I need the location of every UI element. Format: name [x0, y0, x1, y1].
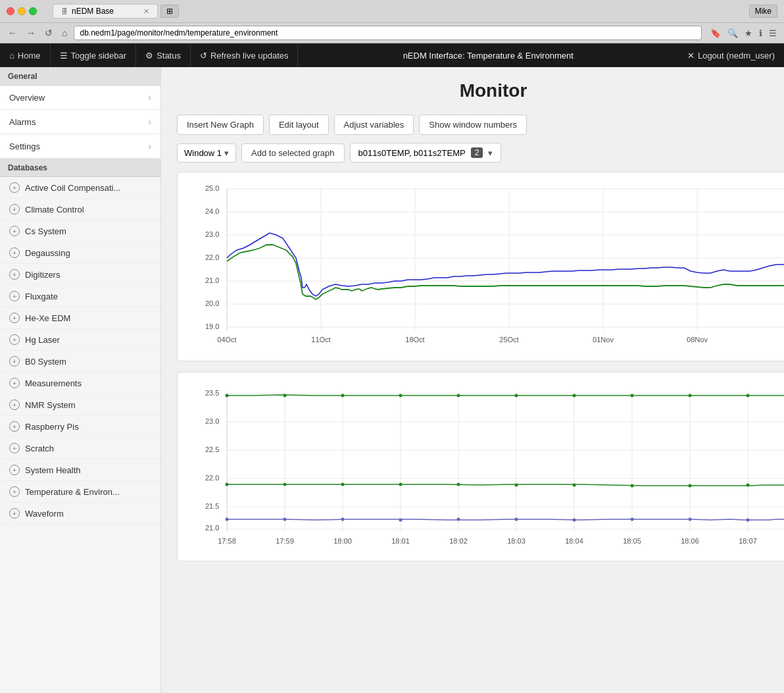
chart2-dot-green-top-10	[747, 394, 750, 398]
chart2-dot-green-top-4	[399, 394, 403, 398]
chart2-green-top-line	[227, 395, 784, 396]
waveform-label: Waveform	[25, 509, 64, 519]
sidebar-item-scratch[interactable]: + Scratch	[0, 438, 160, 459]
add-to-selected-graph-button[interactable]: Add to selected graph	[241, 143, 344, 163]
chart1-x-01nov: 01Nov	[593, 336, 614, 344]
sidebar-item-climate[interactable]: + Climate Control	[0, 199, 160, 220]
new-tab-button[interactable]: ⊞	[160, 5, 179, 18]
chart1-y-label-22: 22.0	[205, 253, 219, 261]
chart2-dot-blue-9	[689, 518, 692, 521]
variables-dropdown-arrow-icon[interactable]: ▾	[488, 148, 493, 158]
chart2-dot-blue-8	[631, 518, 634, 521]
user-badge: Mike	[749, 5, 777, 18]
show-window-numbers-button[interactable]: Show window numbers	[419, 115, 527, 135]
sidebar-item-digitizers[interactable]: + Digitizers	[0, 264, 160, 286]
chart2-dot-green-mid-8	[631, 484, 634, 488]
chart2-dot-green-mid-2	[283, 483, 287, 486]
sidebar-item-cs-system[interactable]: + Cs System	[0, 220, 160, 242]
chart2-dot-green-mid-4	[399, 483, 403, 486]
alarms-chevron-icon: ›	[148, 116, 151, 127]
sidebar-item-nmr-system[interactable]: + NMR System	[0, 394, 160, 416]
chart2-x-1805: 18:05	[623, 537, 641, 545]
info-icon[interactable]: ℹ	[757, 27, 764, 39]
chart2-dot-green-mid-1	[226, 483, 229, 486]
chart1-y-label-20: 20.0	[205, 299, 219, 307]
toggle-sidebar-nav-item[interactable]: ☰ Toggle sidebar	[51, 43, 137, 67]
window-dropdown-arrow-icon: ▾	[224, 148, 229, 158]
logout-button[interactable]: ✕ Logout (nedm_user)	[678, 51, 784, 61]
refresh-icon: ↺	[200, 51, 207, 61]
databases-section-header: Databases	[0, 159, 160, 177]
refresh-nav-item[interactable]: ↺ Refresh live updates	[191, 43, 299, 67]
chart2-dot-green-mid-6	[515, 484, 518, 487]
star-icon[interactable]: ★	[743, 27, 754, 39]
home-nav-item[interactable]: ⌂ Home	[0, 43, 51, 67]
tab-bar: 🗄 nEDM Base ✕ ⊞	[53, 4, 179, 18]
add-icon: +	[9, 465, 20, 475]
page-title: Monitor	[177, 80, 784, 101]
sidebar-item-settings[interactable]: Settings ›	[0, 134, 160, 159]
chart2-x-1807: 18:07	[739, 537, 757, 545]
sidebar-item-degaussing[interactable]: + Degaussing	[0, 242, 160, 264]
sidebar-item-measurements[interactable]: + Measurements	[0, 372, 160, 394]
add-icon: +	[9, 269, 20, 280]
chart2-container: 23.5 23.0 22.5 22.0 21.5 21.0	[177, 372, 784, 561]
chart2-svg: 23.5 23.0 22.5 22.0 21.5 21.0	[184, 379, 784, 557]
chart2-dot-blue-1	[226, 518, 229, 521]
status-nav-item[interactable]: ⚙ Status	[136, 43, 191, 67]
sidebar-item-system-health[interactable]: + System Health	[0, 459, 160, 481]
add-icon: +	[9, 313, 20, 323]
window-row: Window 1 ▾ Add to selected graph b011s0T…	[177, 143, 784, 163]
chart1-x-11oct: 11Oct	[311, 336, 330, 344]
sidebar-item-fluxgate[interactable]: + Fluxgate	[0, 286, 160, 307]
forward-button[interactable]: →	[24, 26, 38, 39]
sidebar-item-active-coil[interactable]: + Active Coil Compensati...	[0, 177, 160, 199]
main-content: Monitor Insert New Graph Edit layout Adj…	[161, 67, 784, 693]
edit-layout-button[interactable]: Edit layout	[269, 115, 329, 135]
chart1-y-label-25: 25.0	[205, 184, 219, 192]
sidebar-item-b0-system[interactable]: + B0 System	[0, 351, 160, 372]
reload-button[interactable]: ↺	[42, 26, 55, 39]
chart2-dot-blue-2	[283, 518, 287, 521]
browser-tab[interactable]: 🗄 nEDM Base ✕	[53, 4, 158, 18]
add-icon: +	[9, 508, 20, 519]
app-body: General Overview › Alarms › Settings › D…	[0, 67, 784, 693]
search-icon[interactable]: 🔍	[725, 27, 740, 39]
chart2-dot-blue-6	[515, 518, 518, 521]
sidebar-item-hg-laser[interactable]: + Hg Laser	[0, 329, 160, 351]
minimize-dot[interactable]	[18, 7, 26, 15]
adjust-variables-button[interactable]: Adjust variables	[334, 115, 414, 135]
address-bar[interactable]	[74, 26, 702, 40]
browser-chrome: 🗄 nEDM Base ✕ ⊞ Mike ← → ↺ ⌂ 🔖 🔍 ★ ℹ ☰	[0, 0, 784, 43]
browser-toolbar: ← → ↺ ⌂ 🔖 🔍 ★ ℹ ☰	[0, 22, 784, 43]
window-selector[interactable]: Window 1 ▾	[177, 143, 236, 163]
chart1-area: 25.0 24.0 23.0 22.0 21.0 20.0 19.0	[184, 179, 784, 357]
sidebar-item-raspberry-pis[interactable]: + Raspberry Pis	[0, 416, 160, 438]
raspberry-pis-label: Raspberry Pis	[25, 422, 79, 432]
insert-new-graph-button[interactable]: Insert New Graph	[177, 115, 264, 135]
chart2-blue-line	[227, 519, 784, 520]
home-button[interactable]: ⌂	[59, 26, 70, 39]
chart2-dot-blue-5	[457, 518, 460, 521]
chart2-dot-green-top-7	[573, 394, 576, 398]
back-button[interactable]: ←	[5, 26, 20, 39]
nmr-system-label: NMR System	[25, 400, 76, 410]
add-icon: +	[9, 399, 20, 410]
chart2-dot-green-top-1	[226, 394, 229, 398]
maximize-dot[interactable]	[29, 7, 37, 15]
sidebar-item-temp-environ[interactable]: + Temperature & Environ...	[0, 481, 160, 503]
sidebar-item-waveform[interactable]: + Waveform	[0, 503, 160, 525]
menu-icon[interactable]: ☰	[767, 27, 779, 39]
chart1-x-18oct: 18Oct	[405, 336, 424, 344]
sidebar-item-alarms[interactable]: Alarms ›	[0, 110, 160, 134]
tab-close-button[interactable]: ✕	[143, 7, 149, 16]
close-dot[interactable]	[7, 7, 14, 15]
bookmark-icon[interactable]: 🔖	[708, 27, 723, 39]
system-health-label: System Health	[25, 465, 81, 475]
sidebar-item-he-xe-edm[interactable]: + He-Xe EDM	[0, 307, 160, 329]
chart2-dot-green-top-6	[515, 394, 518, 398]
hg-laser-label: Hg Laser	[25, 335, 60, 345]
chart2-dot-green-mid-9	[689, 484, 692, 488]
chart2-x-1806: 18:06	[681, 537, 699, 545]
sidebar-item-overview[interactable]: Overview ›	[0, 86, 160, 110]
